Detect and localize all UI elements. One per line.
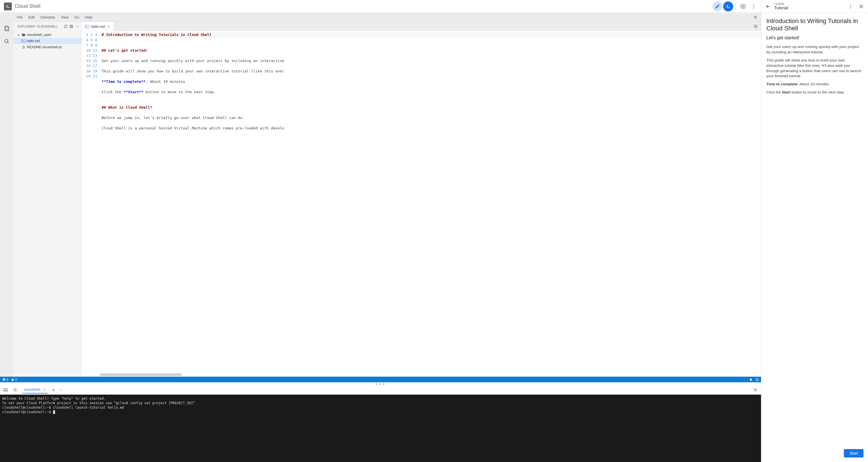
errors-count[interactable]: 0 <box>2 378 8 381</box>
add-terminal-icon[interactable]: ＋ <box>50 387 57 393</box>
tree-folder[interactable]: ▸ cloudshell_open <box>13 32 82 38</box>
tutorial-header: LEARN Tutorial <box>761 0 868 13</box>
search-icon[interactable] <box>3 37 11 45</box>
svg-point-4 <box>753 8 754 8</box>
editor-overflow-icon[interactable] <box>752 23 759 30</box>
line-gutter: 1 2 3 4 5 6 7 8 9 10 11 12 13 14 15 16 1… <box>82 31 100 377</box>
status-bar: 0 0 <box>0 377 761 382</box>
start-button[interactable]: Start <box>844 449 864 458</box>
notifications-icon[interactable] <box>749 378 752 381</box>
menu-help[interactable]: Help <box>82 14 95 21</box>
svg-rect-9 <box>71 26 72 27</box>
warnings-count[interactable]: 0 <box>11 378 17 381</box>
explorer-title: EXPLORER: CLOUDSHELL <box>18 25 58 28</box>
tutorial-paragraph: This guide will show you how to build yo… <box>766 58 863 79</box>
edit-icon[interactable] <box>712 1 722 11</box>
tutorial-body: Introduction to Writing Tutorials in Clo… <box>761 13 868 447</box>
svg-point-1 <box>742 6 743 7</box>
svg-point-7 <box>5 39 8 42</box>
svg-point-3 <box>753 6 754 7</box>
drag-handle[interactable]: ● ● ● <box>0 382 761 385</box>
editor-tab[interactable]: M↓ hello.md <box>82 22 114 31</box>
code-editor[interactable]: 1 2 3 4 5 6 7 8 9 10 11 12 13 14 15 16 1… <box>82 31 761 377</box>
tree-item-label: hello.md <box>27 39 40 43</box>
horizontal-scrollbar[interactable] <box>100 373 181 376</box>
app-topbar: Cloud Shell <box>0 0 761 13</box>
svg-point-2 <box>753 4 754 5</box>
preview-icon[interactable] <box>738 1 748 11</box>
chevron-right-icon: ▸ <box>18 33 20 37</box>
terminal-tab-label: cloudshell <box>24 387 40 392</box>
svg-point-11 <box>77 26 77 27</box>
more-explorer-icon[interactable] <box>74 24 80 29</box>
close-editor-icon[interactable] <box>751 13 759 21</box>
svg-point-17 <box>850 4 851 5</box>
terminal-icon[interactable] <box>723 1 733 11</box>
tutorial-more-icon[interactable] <box>846 2 855 11</box>
close-terminal-icon[interactable] <box>751 386 759 394</box>
tutorial-time: Time to complete: About 10 minutes <box>766 82 863 87</box>
tutorial-subheading: Let's get started! <box>766 35 863 40</box>
terminal-tabbar: cloudshell ＋ <box>0 385 761 395</box>
layout-icon[interactable] <box>755 378 759 381</box>
svg-point-18 <box>850 6 851 7</box>
code-content[interactable]: # Introduction to Writing Tutorials in C… <box>100 31 761 377</box>
app-title: Cloud Shell <box>14 3 40 9</box>
svg-rect-15 <box>4 389 8 391</box>
tutorial-heading: Introduction to Writing Tutorials in Clo… <box>766 18 863 32</box>
cloud-shell-logo <box>4 3 12 10</box>
collapse-icon[interactable] <box>68 24 74 29</box>
tutorial-paragraph: Get your users up and running quickly wi… <box>766 44 863 55</box>
svg-point-16 <box>14 389 16 390</box>
close-tab-icon[interactable] <box>106 25 111 29</box>
explorer-icon[interactable] <box>3 25 11 32</box>
close-tutorial-icon[interactable] <box>857 2 866 11</box>
terminal[interactable]: Welcome to Cloud Shell! Type "help" to g… <box>0 395 761 462</box>
text-file-icon <box>21 45 26 49</box>
svg-point-12 <box>78 26 79 27</box>
activity-bar <box>0 22 13 377</box>
menu-selection[interactable]: Selection <box>37 14 58 21</box>
markdown-icon: M↓ <box>85 25 89 28</box>
tree-item-label: cloudshell_open <box>27 33 52 37</box>
svg-point-19 <box>850 8 851 8</box>
menu-go[interactable]: Go <box>72 14 82 21</box>
menu-edit[interactable]: Edit <box>26 14 37 21</box>
terminal-dropdown-icon[interactable] <box>58 387 63 393</box>
markdown-icon: M↓ <box>21 40 26 43</box>
menu-file[interactable]: File <box>14 14 26 21</box>
back-icon[interactable] <box>764 2 773 11</box>
tree-item-label: README-cloudshell.txt <box>27 45 62 49</box>
tutorial-instruction: Click the Start button to move to the ne… <box>766 90 863 95</box>
close-terminal-tab-icon[interactable] <box>42 387 46 392</box>
svg-rect-14 <box>756 378 758 381</box>
tab-label: hello.md <box>91 25 105 29</box>
more-icon[interactable] <box>749 1 759 11</box>
keyboard-icon[interactable] <box>2 386 9 394</box>
tree-file[interactable]: README-cloudshell.txt <box>13 44 82 50</box>
editor-tabs: M↓ hello.md <box>82 22 761 31</box>
tree-file[interactable]: M↓ hello.md <box>13 38 82 44</box>
file-tree: ▸ cloudshell_open M↓ hello.md <box>13 31 82 377</box>
editor-menubar: File Edit Selection View Go Help <box>0 13 761 21</box>
menu-view[interactable]: View <box>58 14 72 21</box>
tutorial-title: Tutorial <box>774 6 788 10</box>
folder-icon <box>21 33 26 37</box>
settings-icon[interactable] <box>11 386 19 394</box>
refresh-icon[interactable] <box>63 24 68 29</box>
svg-point-10 <box>76 26 76 27</box>
terminal-tab[interactable]: cloudshell <box>23 386 48 394</box>
explorer-panel: EXPLORER: CLOUDSHELL ▸ <box>13 22 82 377</box>
svg-rect-8 <box>70 25 72 28</box>
